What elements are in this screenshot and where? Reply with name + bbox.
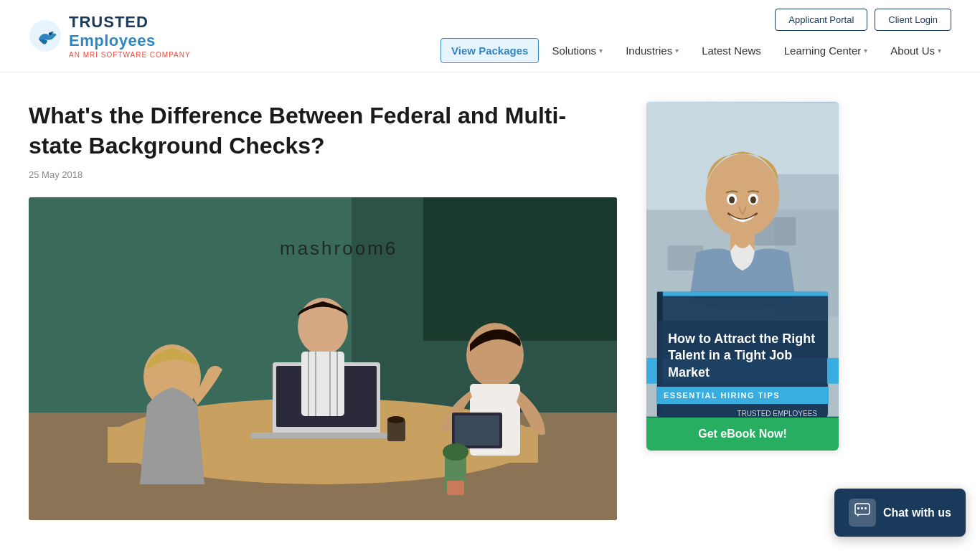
ebook-text-overlay: How to Attract the Right Talent in a Tig… xyxy=(646,311,839,418)
main-content: What's the Difference Between Federal an… xyxy=(0,72,980,520)
ebook-subtitle-bar: ESSENTIAL HIRING TIPS xyxy=(656,387,829,404)
chat-label: Chat with us xyxy=(883,507,951,519)
nav-industries[interactable]: Industries ▾ xyxy=(616,39,689,62)
svg-rect-46 xyxy=(857,507,859,509)
ebook-logo-area: TRUSTED EMPLOYEES xyxy=(668,410,817,418)
svg-rect-40 xyxy=(657,292,828,296)
header-buttons: Applicant Portal Client Login xyxy=(775,9,951,31)
svg-rect-5 xyxy=(423,197,617,341)
article-image: mashroom6 xyxy=(29,197,617,520)
logo: TRUSTED Employees AN MRI SOFTWARE COMPAN… xyxy=(29,13,191,59)
svg-rect-27 xyxy=(447,481,464,495)
svg-point-38 xyxy=(750,197,756,204)
chevron-down-icon: ▾ xyxy=(599,47,603,55)
applicant-portal-button[interactable]: Applicant Portal xyxy=(775,9,867,31)
site-header: TRUSTED Employees AN MRI SOFTWARE COMPAN… xyxy=(0,0,980,72)
chat-widget[interactable]: Chat with us xyxy=(834,489,966,520)
nav-learning-center[interactable]: Learning Center ▾ xyxy=(774,39,878,62)
ebook-card-image: How to Attract the Right Talent in a Tig… xyxy=(646,102,839,418)
logo-bird-icon xyxy=(29,19,62,52)
svg-rect-48 xyxy=(864,507,867,509)
article-image-svg: mashroom6 xyxy=(29,197,617,520)
chat-bubble-icon xyxy=(854,503,870,519)
chevron-down-icon: ▾ xyxy=(938,47,941,55)
svg-point-36 xyxy=(729,197,735,204)
ebook-subtitle: ESSENTIAL HIRING TIPS xyxy=(664,391,821,400)
article-date: 25 May 2018 xyxy=(29,169,617,180)
ebook-card: How to Attract the Right Talent in a Tig… xyxy=(646,101,839,451)
chevron-down-icon: ▾ xyxy=(675,47,679,55)
ebook-logo-text: TRUSTED EMPLOYEES xyxy=(737,410,817,418)
nav-latest-news[interactable]: Latest News xyxy=(692,39,771,62)
svg-point-33 xyxy=(705,154,779,237)
logo-mri: AN MRI SOFTWARE COMPANY xyxy=(69,51,191,59)
svg-text:mashroom6: mashroom6 xyxy=(280,237,397,259)
logo-employees: Employees xyxy=(69,32,191,50)
nav-view-packages[interactable]: View Packages xyxy=(440,38,539,63)
chat-icon xyxy=(849,499,876,520)
logo-text: TRUSTED Employees AN MRI SOFTWARE COMPAN… xyxy=(69,13,191,59)
ebook-title: How to Attract the Right Talent in a Tig… xyxy=(668,331,817,381)
svg-point-24 xyxy=(387,416,405,423)
svg-point-26 xyxy=(443,443,468,461)
nav-solutions[interactable]: Solutions ▾ xyxy=(542,39,613,62)
chevron-down-icon: ▾ xyxy=(864,47,867,55)
article-title: What's the Difference Between Federal an… xyxy=(29,101,617,161)
svg-rect-22 xyxy=(455,415,499,446)
article-area: What's the Difference Between Federal an… xyxy=(29,101,617,520)
svg-point-1 xyxy=(49,32,52,35)
svg-rect-11 xyxy=(251,433,402,438)
nav-about-us[interactable]: About Us ▾ xyxy=(880,39,951,62)
sidebar: How to Attract the Right Talent in a Tig… xyxy=(646,101,839,520)
logo-trusted: TRUSTED xyxy=(69,13,191,32)
main-nav: View Packages Solutions ▾ Industries ▾ L… xyxy=(440,38,951,63)
svg-rect-47 xyxy=(861,507,863,509)
header-right: Applicant Portal Client Login View Packa… xyxy=(440,9,951,63)
get-ebook-button[interactable]: Get eBook Now! xyxy=(646,418,839,451)
client-login-button[interactable]: Client Login xyxy=(875,9,951,31)
